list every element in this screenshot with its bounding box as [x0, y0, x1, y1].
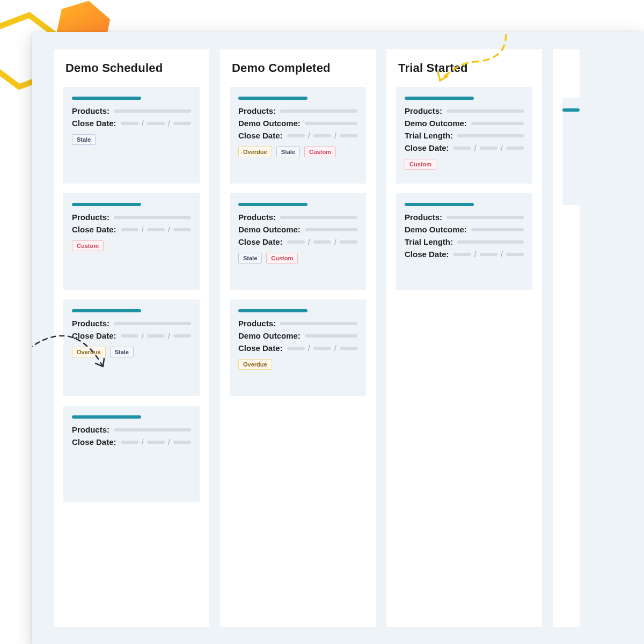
placeholder-line: [305, 228, 357, 231]
field-label: Products:: [72, 106, 109, 115]
kanban-card[interactable]: Products:Demo Outcome:Close Date://Overd…: [230, 87, 366, 184]
date-placeholder: //: [287, 344, 357, 353]
field-label: Trial Length:: [405, 237, 453, 246]
field-demo_outcome: Demo Outcome:: [238, 331, 357, 340]
field-products: Products:: [72, 213, 191, 222]
placeholder-line: [114, 216, 191, 219]
field-label: Close Date:: [238, 237, 283, 246]
field-close_date: Close Date://: [238, 343, 357, 353]
card-title-bar: [238, 309, 308, 312]
kanban-card[interactable]: Products:Demo Outcome:Close Date://Stale…: [230, 193, 366, 290]
column-partial: [553, 49, 580, 627]
placeholder-line: [114, 109, 191, 113]
field-products: Products:: [238, 213, 357, 222]
field-trial_length: Trial Length:: [405, 237, 524, 246]
placeholder-line: [457, 134, 524, 137]
placeholder-line: [114, 322, 191, 325]
tag-group: Custom: [405, 159, 524, 170]
card-title-bar: [238, 97, 308, 100]
field-trial_length: Trial Length:: [405, 131, 524, 140]
field-label: Products:: [405, 213, 442, 222]
tag-overdue[interactable]: Overdue: [72, 347, 106, 357]
date-placeholder: //: [121, 332, 191, 340]
kanban-board: Demo ScheduledProducts:Close Date://Stal…: [32, 32, 644, 644]
tag-custom[interactable]: Custom: [266, 253, 298, 264]
tag-overdue[interactable]: Overdue: [238, 147, 272, 157]
field-demo_outcome: Demo Outcome:: [238, 225, 357, 234]
cards-container: Products:Demo Outcome:Trial Length:Close…: [386, 87, 542, 301]
kanban-card[interactable]: Products:Demo Outcome:Trial Length:Close…: [396, 87, 532, 184]
field-label: Close Date:: [238, 343, 283, 353]
field-label: Close Date:: [72, 331, 116, 340]
tag-overdue[interactable]: Overdue: [238, 359, 272, 370]
card-title-bar: [405, 203, 474, 206]
field-close_date: Close Date://: [72, 437, 191, 447]
column-1: Demo CompletedProducts:Demo Outcome:Clos…: [220, 49, 376, 627]
tag-custom[interactable]: Custom: [72, 240, 104, 251]
kanban-card[interactable]: Products:Close Date://OverdueStale: [63, 299, 200, 396]
kanban-card[interactable]: Products:Demo Outcome:Trial Length:Close…: [396, 193, 532, 290]
placeholder-line: [447, 216, 524, 219]
placeholder-line: [305, 122, 357, 125]
column-title: Demo Scheduled: [54, 49, 209, 87]
card-title-bar: [562, 108, 580, 112]
field-label: Products:: [405, 106, 442, 115]
tag-custom[interactable]: Custom: [405, 159, 436, 170]
tag-group: StaleCustom: [238, 253, 357, 264]
tag-stale[interactable]: Stale: [110, 347, 134, 357]
field-label: Products:: [238, 319, 276, 328]
tag-stale[interactable]: Stale: [72, 134, 96, 145]
field-products: Products:: [238, 319, 357, 328]
card-title-bar: [72, 309, 141, 312]
field-label: Close Date:: [405, 250, 449, 259]
date-placeholder: //: [121, 225, 191, 234]
tag-custom[interactable]: Custom: [304, 147, 336, 157]
placeholder-line: [280, 322, 357, 325]
placeholder-line: [305, 334, 357, 338]
column-title: Trial Started: [386, 49, 542, 87]
field-close_date: Close Date://: [72, 331, 191, 340]
field-label: Products:: [238, 213, 276, 222]
tag-stale[interactable]: Stale: [276, 147, 300, 157]
field-label: Products:: [238, 106, 276, 115]
kanban-card[interactable]: Products:Close Date://Stale: [63, 87, 200, 184]
field-close_date: Close Date://: [238, 237, 357, 246]
placeholder-line: [471, 122, 524, 125]
field-products: Products:: [72, 319, 191, 328]
field-close_date: Close Date://: [238, 131, 357, 140]
kanban-card[interactable]: Products:Close Date://Custom: [63, 193, 200, 290]
kanban-card[interactable]: Products:Close Date://: [63, 406, 200, 502]
tag-group: OverdueStale: [72, 347, 191, 357]
date-placeholder: //: [453, 144, 524, 152]
field-label: Demo Outcome:: [238, 331, 301, 340]
placeholder-line: [447, 109, 524, 113]
kanban-card-partial[interactable]: [562, 98, 580, 205]
date-placeholder: //: [121, 119, 191, 128]
field-label: Close Date:: [72, 225, 116, 234]
card-title-bar: [72, 203, 141, 206]
placeholder-line: [280, 109, 357, 113]
card-title-bar: [72, 415, 141, 419]
date-placeholder: //: [121, 438, 191, 447]
cards-container: Products:Demo Outcome:Close Date://Overd…: [220, 87, 376, 407]
field-products: Products:: [72, 425, 191, 434]
field-demo_outcome: Demo Outcome:: [238, 119, 357, 128]
tag-group: Custom: [72, 240, 191, 251]
column-title: Demo Completed: [220, 49, 376, 87]
column-2: Trial StartedProducts:Demo Outcome:Trial…: [386, 49, 542, 627]
placeholder-line: [280, 216, 357, 219]
cards-container: Products:Close Date://StaleProducts:Clos…: [54, 87, 209, 513]
field-products: Products:: [72, 106, 191, 115]
tag-group: OverdueStaleCustom: [238, 147, 357, 157]
column-0: Demo ScheduledProducts:Close Date://Stal…: [54, 49, 209, 627]
kanban-card[interactable]: Products:Demo Outcome:Close Date://Overd…: [230, 299, 366, 396]
field-label: Demo Outcome:: [238, 225, 301, 234]
card-title-bar: [405, 97, 474, 100]
field-products: Products:: [405, 106, 524, 115]
date-placeholder: //: [287, 238, 357, 246]
field-label: Demo Outcome:: [405, 225, 467, 234]
field-label: Demo Outcome:: [238, 119, 301, 128]
field-close_date: Close Date://: [405, 250, 524, 259]
tag-group: Stale: [72, 134, 191, 145]
tag-stale[interactable]: Stale: [238, 253, 262, 264]
